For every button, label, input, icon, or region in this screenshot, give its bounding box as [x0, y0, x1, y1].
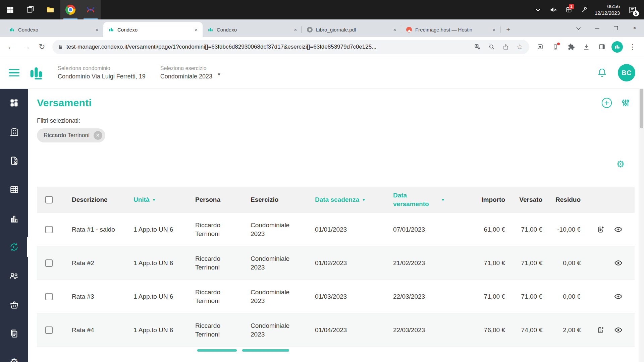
table-row: Rata #1 - saldo 1 App.to UN 6 Riccardo T…	[37, 213, 635, 246]
add-versamento-button[interactable]	[601, 97, 612, 109]
bookmark-star-icon[interactable]: ☆	[515, 42, 525, 52]
cell-unita: 1 App.to UN 6	[123, 225, 184, 234]
browser-tab-strip: Condexo × Condexo × Condexo × Libro_gior…	[0, 19, 644, 37]
sidebar-item-condominio[interactable]	[0, 117, 28, 146]
header-data-versamento[interactable]: Data versamento▼	[382, 191, 453, 208]
header-data-scadenza[interactable]: Data scadenza▼	[304, 195, 382, 204]
condexo-logo[interactable]	[29, 65, 44, 80]
add-note-button[interactable]	[597, 326, 605, 334]
view-details-button[interactable]	[614, 225, 623, 234]
address-bar[interactable]: test-manager.condexo.it/versamenti/page/…	[52, 40, 529, 54]
tray-app-button[interactable]: 1	[562, 0, 576, 19]
sidebar-item-tabelle[interactable]	[0, 175, 28, 204]
cell-residuo: -10,00 €	[542, 225, 581, 234]
zoom-icon[interactable]	[486, 42, 497, 52]
tab-condexo-2-active[interactable]: Condexo ×	[103, 22, 203, 37]
table-row: Rata #4 1 App.to UN 6 Riccardo Terrinoni…	[37, 313, 635, 347]
translate-icon[interactable]	[472, 42, 483, 52]
row-checkbox[interactable]	[45, 326, 53, 334]
eye-icon	[614, 225, 623, 234]
browser-profile-button[interactable]	[610, 40, 625, 54]
eye-icon	[614, 326, 623, 334]
chrome-taskbar-button[interactable]	[60, 0, 80, 19]
window-maximize-button[interactable]	[606, 19, 625, 37]
sidebar-item-mercato[interactable]	[0, 290, 28, 319]
sidebar-item-documenti[interactable]	[0, 146, 28, 175]
extension-icon-1[interactable]	[533, 40, 547, 54]
sidebar-item-banca[interactable]	[0, 204, 28, 233]
sidebar-item-archivio[interactable]	[0, 319, 28, 348]
window-minimize-button[interactable]	[588, 19, 606, 37]
row-checkbox[interactable]	[45, 259, 53, 267]
user-avatar[interactable]: BC	[618, 64, 635, 81]
chip-close-icon[interactable]: ✕	[94, 131, 102, 140]
extensions-puzzle-icon[interactable]	[564, 40, 578, 54]
reload-button[interactable]: ↻	[35, 40, 49, 54]
tray-tool-button[interactable]	[577, 0, 591, 19]
select-all-checkbox[interactable]	[45, 196, 53, 203]
row-checkbox[interactable]	[45, 293, 53, 300]
tab-condexo-3[interactable]: Condexo ×	[203, 22, 302, 37]
start-button[interactable]	[0, 0, 20, 19]
filter-chip[interactable]: Riccardo Terrinoni ✕	[37, 128, 105, 142]
share-icon[interactable]	[500, 42, 511, 52]
volume-button[interactable]	[546, 0, 560, 19]
tab-freeimage[interactable]: Freeimage.host — Hostin ×	[401, 22, 500, 37]
tab-close-icon[interactable]: ×	[193, 26, 200, 33]
action-center-button[interactable]: 5	[625, 0, 641, 19]
view-details-button[interactable]	[614, 326, 623, 334]
filters-button[interactable]	[621, 98, 631, 108]
sidebar-item-dashboard[interactable]	[0, 88, 28, 117]
cell-persona: Riccardo Terrinoni	[184, 221, 240, 238]
hamburger-menu-button[interactable]	[9, 69, 19, 76]
side-panel-button[interactable]	[594, 40, 609, 54]
row-checkbox[interactable]	[45, 226, 53, 233]
sidebar-item-persone[interactable]	[0, 261, 28, 290]
extension-icon-2[interactable]	[548, 40, 563, 54]
window-close-button[interactable]: ×	[625, 19, 644, 37]
people-icon	[9, 271, 19, 281]
new-tab-button[interactable]: +	[503, 24, 513, 35]
file-explorer-button[interactable]	[40, 0, 60, 19]
downloads-button[interactable]	[579, 40, 594, 54]
header-unita[interactable]: Unità▼	[123, 195, 184, 204]
tab-condexo-1[interactable]: Condexo ×	[4, 22, 103, 37]
browser-menu-button[interactable]: ⋮	[625, 40, 640, 54]
esercizio-selector[interactable]: Seleziona esercizio Condominiale 2023 ▼	[160, 65, 221, 80]
page-scrollbar[interactable]	[639, 57, 644, 362]
extension-badge	[557, 43, 560, 45]
tray-expand-button[interactable]	[531, 0, 545, 19]
cell-data-scadenza: 01/04/2023	[304, 326, 382, 335]
tab-close-icon[interactable]: ×	[490, 26, 498, 33]
forward-button[interactable]: →	[19, 40, 34, 54]
cell-descrizione: Rata #3	[61, 292, 123, 301]
tab-close-icon[interactable]: ×	[93, 26, 101, 33]
minimize-icon	[595, 28, 599, 28]
sidebar-item-versamenti[interactable]: €	[0, 233, 28, 261]
notifications-bell-button[interactable]	[597, 68, 607, 78]
tab-pdf[interactable]: Libro_giornale.pdf ×	[302, 22, 401, 37]
pinned-app-button[interactable]	[80, 0, 101, 19]
sidebar-nav: € ⚙	[0, 88, 28, 362]
sidebar-item-impostazioni[interactable]: ⚙	[0, 348, 28, 362]
tab-search-button[interactable]	[569, 19, 588, 37]
header-residuo: Residuo	[542, 195, 581, 204]
add-note-button[interactable]	[597, 226, 605, 233]
tab-close-icon[interactable]: ×	[391, 26, 398, 33]
condominio-selector[interactable]: Seleziona condominio Condominio Via Luig…	[58, 65, 146, 80]
note-add-icon	[597, 226, 605, 233]
tab-label: Freeimage.host — Hostin	[415, 27, 487, 33]
taskbar-clock[interactable]: 06:56 12/12/2023	[595, 3, 620, 17]
view-details-button[interactable]	[614, 292, 623, 301]
partial-next-row	[37, 347, 635, 357]
task-view-button[interactable]	[20, 0, 40, 19]
profile-logo-icon	[611, 41, 623, 53]
cell-unita: 1 App.to UN 6	[123, 292, 184, 301]
cell-importo: 71,00 €	[453, 259, 505, 267]
windows-taskbar: 1 06:56 12/12/2023 5	[0, 0, 644, 19]
table-settings-button[interactable]: ⚙	[616, 160, 625, 170]
view-details-button[interactable]	[614, 259, 623, 267]
back-button[interactable]: ←	[4, 40, 18, 54]
chevron-down-icon	[576, 25, 581, 30]
tab-close-icon[interactable]: ×	[292, 26, 299, 33]
